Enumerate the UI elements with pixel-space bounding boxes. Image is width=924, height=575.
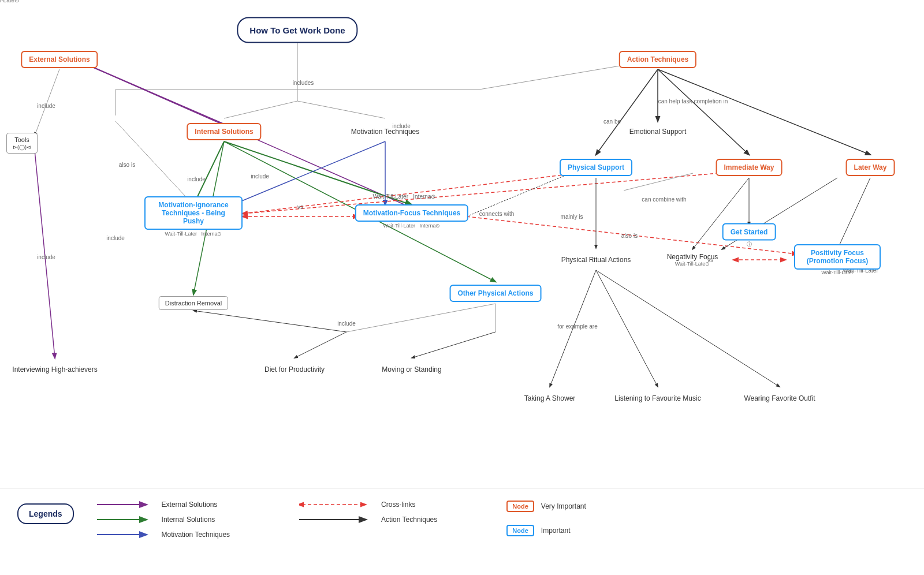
legend-label-external: External Solutions — [162, 501, 218, 509]
svg-line-40 — [467, 170, 578, 216]
node-action-techniques: Action Techniques — [619, 51, 696, 68]
node-diet: Diet for Productivity — [264, 365, 325, 374]
node-wearing-outfit: Wearing Favorite Outfit — [744, 394, 815, 402]
svg-line-12 — [193, 141, 224, 205]
main-title-node: How To Get Work Done — [237, 17, 357, 43]
label-include-opa: include — [337, 320, 356, 327]
svg-line-41 — [624, 173, 693, 191]
legend-title: Legends — [17, 503, 74, 524]
legend-label-important: Important — [541, 527, 571, 535]
svg-line-37 — [295, 332, 346, 358]
label-includes: includes — [293, 80, 314, 86]
node-internal-solutions: Internal Solutions — [187, 123, 261, 140]
legend-crosslinks: Cross-links Action Techniques — [299, 501, 437, 524]
node-motivation-ignorance: Motivation-IgnoranceTechniques - Being P… — [144, 196, 243, 237]
legend-node-red: Node — [506, 501, 534, 512]
legend-label-very-important: Very Important — [541, 502, 586, 510]
node-distraction-removal: Distraction Removal — [159, 296, 228, 310]
label-mi-label: Wait-Till-Later Interna⊙ — [373, 193, 436, 200]
node-motivation-techniques: Motivation Techniques — [351, 128, 420, 136]
connections-svg — [0, 0, 924, 496]
svg-line-7 — [224, 101, 297, 118]
svg-line-34 — [837, 178, 870, 249]
svg-line-31 — [596, 270, 780, 387]
label-for-example: for example are — [557, 323, 597, 330]
node-physical-ritual: Physical Ritual Actions — [561, 256, 631, 264]
legend-section: Legends External Solutions Internal Solu… — [0, 488, 924, 563]
legend-label-motivation: Motivation Techniques — [162, 531, 230, 539]
svg-line-30 — [596, 270, 658, 387]
legend-label-action: Action Techniques — [381, 516, 437, 524]
node-later-way: Later Way — [846, 159, 895, 176]
label-wait-till: Wait-Till-Late⊙ — [0, 0, 19, 3]
label-can-help: can help task completion in — [658, 98, 728, 104]
node-get-started: Get Started ⓘ — [722, 223, 776, 248]
label-include2: include — [37, 254, 55, 260]
label-connects: connects with — [479, 211, 515, 217]
legend-lines: External Solutions Internal Solutions Mo… — [97, 501, 230, 539]
svg-line-22 — [243, 173, 719, 214]
svg-line-17 — [225, 141, 385, 208]
node-other-physical: Other Physical Actions — [450, 285, 542, 302]
label-also-is2: also is — [621, 233, 638, 239]
label-can-be: can be — [603, 118, 621, 125]
label-vs: vs — [297, 204, 303, 210]
label-also-is: also is — [119, 162, 135, 168]
node-immediate-way: Immediate Way — [716, 159, 783, 176]
node-interviewing: Interviewing High-achievers — [12, 365, 97, 374]
node-tools: Tools⊳(◯)⊲ — [6, 133, 38, 154]
label-include3: include — [106, 235, 125, 241]
label-include-int2: include — [251, 173, 269, 180]
legend-label-crosslinks: Cross-links — [381, 501, 415, 509]
svg-line-6 — [297, 101, 385, 118]
node-negativity-focus: Negativity Focus Wait-Till-Late⊙ — [667, 253, 718, 267]
node-motivation-focus: Motivation-Focus Techniques Wait-Till-La… — [355, 204, 468, 229]
node-moving-standing: Moving or Standing — [382, 365, 441, 374]
svg-line-24 — [596, 69, 658, 155]
node-emotional-support: Emotional Support — [629, 128, 687, 136]
label-can-combine: can combine with — [642, 196, 686, 203]
svg-line-38 — [412, 332, 495, 358]
node-positivity-focus: Positivity Focus(Promotion Focus) Wait-T… — [794, 244, 881, 275]
node-external-solutions: External Solutions — [21, 51, 98, 68]
svg-line-27 — [658, 69, 870, 155]
label-include-ext: include — [37, 103, 55, 109]
label-include-int: include — [187, 176, 206, 182]
svg-line-39 — [193, 311, 346, 332]
svg-line-8 — [75, 59, 224, 124]
mind-map-canvas: includes include include include include… — [0, 0, 924, 496]
legend-node-blue: Node — [506, 525, 534, 536]
legend-label-internal: Internal Solutions — [162, 516, 215, 524]
node-physical-support: Physical Support — [560, 159, 632, 176]
node-taking-shower: Taking A Shower — [524, 394, 576, 402]
label-mainly-is: mainly is — [561, 214, 583, 220]
node-listening-music: Listening to Favourite Music — [614, 394, 701, 402]
legend-nodes: Node Very Important Node Important — [506, 501, 586, 536]
svg-line-26 — [658, 69, 749, 155]
svg-line-35 — [346, 304, 495, 332]
